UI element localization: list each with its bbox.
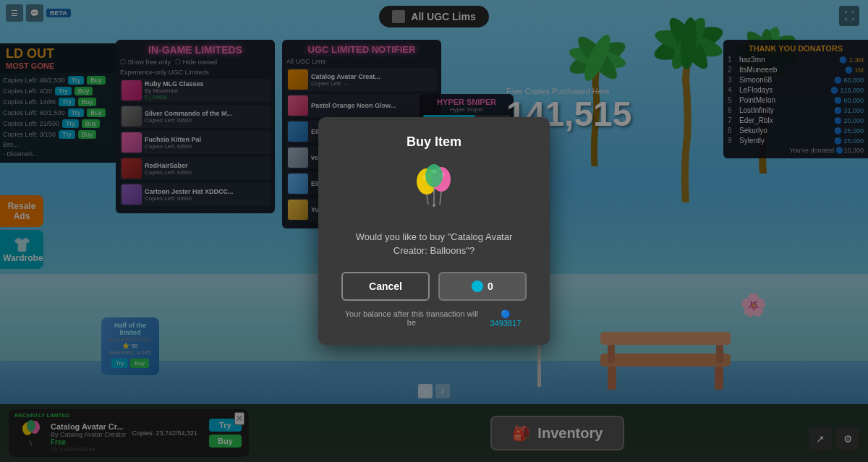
svg-point-29 bbox=[431, 169, 437, 174]
svg-point-28 bbox=[425, 164, 443, 187]
svg-line-24 bbox=[427, 194, 428, 205]
robux-icon bbox=[472, 281, 483, 292]
svg-line-27 bbox=[440, 192, 441, 205]
buy-confirm-button[interactable]: 0 bbox=[438, 272, 527, 301]
modal-title: Buy Item bbox=[341, 134, 527, 150]
modal-buttons: Cancel 0 bbox=[341, 272, 527, 301]
cancel-button[interactable]: Cancel bbox=[341, 272, 430, 301]
balance-value: 🔵 3493817 bbox=[485, 309, 527, 328]
buy-item-modal: Buy Item Would you like to buy "Cat bbox=[318, 117, 550, 344]
modal-overlay: Buy Item Would you like to buy "Cat bbox=[0, 0, 868, 462]
balance-label: Your balance after this transaction will… bbox=[341, 309, 482, 327]
modal-balance: Your balance after this transaction will… bbox=[341, 309, 527, 328]
buy-price-label: 0 bbox=[488, 281, 493, 292]
balloon-icon bbox=[405, 161, 463, 219]
svg-point-31 bbox=[433, 204, 435, 207]
modal-question: Would you like to buy "Catalog Avatar Cr… bbox=[341, 231, 527, 257]
